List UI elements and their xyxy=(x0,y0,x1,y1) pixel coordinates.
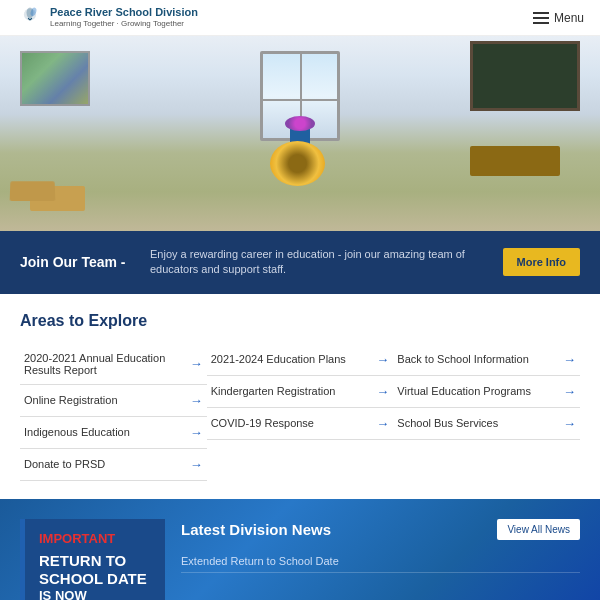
area-item-label: School Bus Services xyxy=(397,417,557,429)
area-item-label: Donate to PRSD xyxy=(24,458,184,470)
area-item[interactable]: Kindergarten Registration→ xyxy=(207,376,394,408)
area-arrow-icon: → xyxy=(376,352,389,367)
area-arrow-icon: → xyxy=(563,352,576,367)
menu-button[interactable]: Menu xyxy=(533,11,584,25)
view-all-button[interactable]: View All News xyxy=(497,519,580,540)
area-item-label: Online Registration xyxy=(24,394,184,406)
area-column-0: 2020-2021 Annual Education Results Repor… xyxy=(20,344,207,481)
join-title: Join Our Team - xyxy=(20,254,130,270)
news-section: Latest Division News View All News Exten… xyxy=(181,519,580,573)
logo-title: Peace River School Division xyxy=(50,6,198,19)
student-desk2-decoration xyxy=(10,181,56,201)
chalkboard-decoration xyxy=(470,41,580,111)
area-item[interactable]: 2020-2021 Annual Education Results Repor… xyxy=(20,344,207,385)
area-arrow-icon: → xyxy=(376,384,389,399)
area-arrow-icon: → xyxy=(563,384,576,399)
area-item[interactable]: Online Registration→ xyxy=(20,385,207,417)
area-arrow-icon: → xyxy=(376,416,389,431)
return-line2: SCHOOL DATE xyxy=(39,570,151,588)
site-header: Peace River School Division Learning Tog… xyxy=(0,0,600,36)
hero-image xyxy=(0,36,600,231)
map-decoration xyxy=(20,51,90,106)
news-item[interactable]: Extended Return to School Date xyxy=(181,550,580,573)
areas-title: Areas to Explore xyxy=(20,312,580,330)
area-arrow-icon: → xyxy=(563,416,576,431)
areas-section: Areas to Explore 2020-2021 Annual Educat… xyxy=(0,294,600,499)
logo-text: Peace River School Division Learning Tog… xyxy=(50,6,198,29)
area-item-label: 2020-2021 Annual Education Results Repor… xyxy=(24,352,184,376)
area-item-label: Kindergarten Registration xyxy=(211,385,371,397)
more-info-button[interactable]: More Info xyxy=(503,248,581,276)
areas-grid: 2020-2021 Annual Education Results Repor… xyxy=(20,344,580,481)
sunflower-decoration xyxy=(270,141,325,186)
important-label: IMPORTANT xyxy=(39,531,151,546)
area-item-label: Back to School Information xyxy=(397,353,557,365)
area-arrow-icon: → xyxy=(190,393,203,408)
logo-subtitle: Learning Together · Growing Together xyxy=(50,19,198,29)
area-item[interactable]: COVID-19 Response→ xyxy=(207,408,394,440)
area-arrow-icon: → xyxy=(190,356,203,371)
area-item[interactable]: Back to School Information→ xyxy=(393,344,580,376)
join-description: Enjoy a rewarding career in education - … xyxy=(150,247,483,278)
area-item[interactable]: 2021-2024 Education Plans→ xyxy=(207,344,394,376)
area-item-label: COVID-19 Response xyxy=(211,417,371,429)
hamburger-icon xyxy=(533,12,549,24)
return-line3: IS NOW xyxy=(39,588,151,600)
area-item-label: 2021-2024 Education Plans xyxy=(211,353,371,365)
teacher-desk-decoration xyxy=(470,146,560,176)
area-arrow-icon: → xyxy=(190,457,203,472)
area-item[interactable]: Indigenous Education→ xyxy=(20,417,207,449)
logo-icon xyxy=(16,4,44,32)
area-item-label: Indigenous Education xyxy=(24,426,184,438)
area-arrow-icon: → xyxy=(190,425,203,440)
area-item[interactable]: Virtual Education Programs→ xyxy=(393,376,580,408)
news-header: Latest Division News View All News xyxy=(181,519,580,540)
area-item-label: Virtual Education Programs xyxy=(397,385,557,397)
logo-area: Peace River School Division Learning Tog… xyxy=(16,4,198,32)
area-item[interactable]: Donate to PRSD→ xyxy=(20,449,207,481)
return-line1: RETURN TO xyxy=(39,552,151,570)
news-list: Extended Return to School Date xyxy=(181,550,580,573)
menu-label: Menu xyxy=(554,11,584,25)
area-item[interactable]: School Bus Services→ xyxy=(393,408,580,440)
news-title: Latest Division News xyxy=(181,521,331,538)
area-column-1: 2021-2024 Education Plans→Kindergarten R… xyxy=(207,344,394,481)
area-column-2: Back to School Information→Virtual Educa… xyxy=(393,344,580,481)
join-banner: Join Our Team - Enjoy a rewarding career… xyxy=(0,231,600,294)
bottom-section: IMPORTANT RETURN TO SCHOOL DATE IS NOW L… xyxy=(0,499,600,600)
important-card: IMPORTANT RETURN TO SCHOOL DATE IS NOW xyxy=(20,519,165,600)
